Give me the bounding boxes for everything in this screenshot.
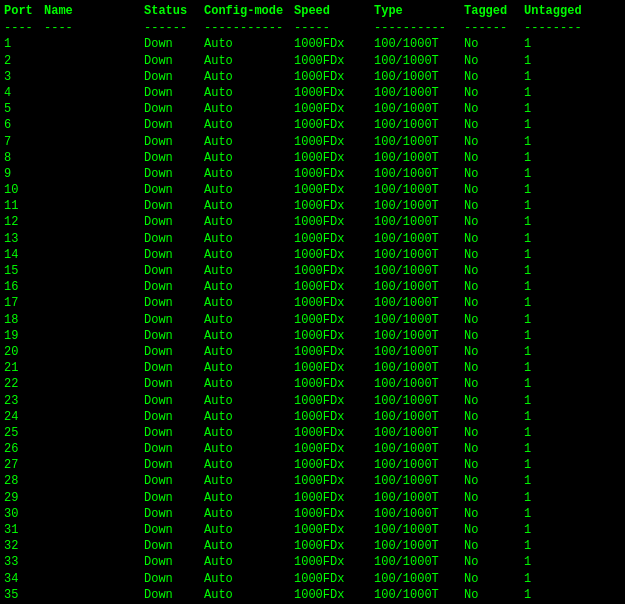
cell-status: Down xyxy=(144,231,204,247)
cell-name xyxy=(44,247,144,263)
cell-port: 3 xyxy=(4,69,44,85)
cell-name xyxy=(44,198,144,214)
cell-tagged: No xyxy=(464,328,524,344)
cell-config: Auto xyxy=(204,473,294,489)
cell-tagged: No xyxy=(464,85,524,101)
cell-untagged: 1 xyxy=(524,554,584,570)
table-row: 31 Down Auto 1000FDx 100/1000T No 1 xyxy=(4,522,621,538)
cell-tagged: No xyxy=(464,263,524,279)
cell-speed: 1000FDx xyxy=(294,554,374,570)
cell-status: Down xyxy=(144,69,204,85)
table-row: 27 Down Auto 1000FDx 100/1000T No 1 xyxy=(4,457,621,473)
cell-untagged: 1 xyxy=(524,506,584,522)
cell-port: 24 xyxy=(4,409,44,425)
cell-name xyxy=(44,150,144,166)
cell-status: Down xyxy=(144,344,204,360)
cell-untagged: 1 xyxy=(524,231,584,247)
table-row: 12 Down Auto 1000FDx 100/1000T No 1 xyxy=(4,214,621,230)
cell-tagged: No xyxy=(464,214,524,230)
cell-name xyxy=(44,425,144,441)
header-status: Status xyxy=(144,3,204,19)
cell-name xyxy=(44,490,144,506)
cell-port: 21 xyxy=(4,360,44,376)
cell-config: Auto xyxy=(204,85,294,101)
cell-untagged: 1 xyxy=(524,538,584,554)
cell-name xyxy=(44,263,144,279)
table-row: 14 Down Auto 1000FDx 100/1000T No 1 xyxy=(4,247,621,263)
cell-name xyxy=(44,214,144,230)
divider-tagged: ------ xyxy=(464,20,524,36)
cell-speed: 1000FDx xyxy=(294,85,374,101)
cell-untagged: 1 xyxy=(524,425,584,441)
cell-type: 100/1000T xyxy=(374,522,464,538)
table-row: 24 Down Auto 1000FDx 100/1000T No 1 xyxy=(4,409,621,425)
cell-port: 23 xyxy=(4,393,44,409)
cell-status: Down xyxy=(144,360,204,376)
cell-speed: 1000FDx xyxy=(294,506,374,522)
cell-type: 100/1000T xyxy=(374,101,464,117)
cell-untagged: 1 xyxy=(524,36,584,52)
cell-name xyxy=(44,506,144,522)
cell-name xyxy=(44,376,144,392)
cell-untagged: 1 xyxy=(524,328,584,344)
cell-tagged: No xyxy=(464,36,524,52)
cell-type: 100/1000T xyxy=(374,571,464,587)
cell-config: Auto xyxy=(204,36,294,52)
table-row: 3 Down Auto 1000FDx 100/1000T No 1 xyxy=(4,69,621,85)
cell-status: Down xyxy=(144,393,204,409)
cell-config: Auto xyxy=(204,150,294,166)
cell-status: Down xyxy=(144,85,204,101)
cell-speed: 1000FDx xyxy=(294,312,374,328)
cell-untagged: 1 xyxy=(524,295,584,311)
cell-speed: 1000FDx xyxy=(294,69,374,85)
table-row: 4 Down Auto 1000FDx 100/1000T No 1 xyxy=(4,85,621,101)
cell-status: Down xyxy=(144,214,204,230)
divider-speed: ----- xyxy=(294,20,374,36)
table-row: 2 Down Auto 1000FDx 100/1000T No 1 xyxy=(4,53,621,69)
cell-type: 100/1000T xyxy=(374,69,464,85)
divider-config: ----------- xyxy=(204,20,294,36)
cell-name xyxy=(44,101,144,117)
cell-config: Auto xyxy=(204,214,294,230)
cell-type: 100/1000T xyxy=(374,506,464,522)
cell-type: 100/1000T xyxy=(374,247,464,263)
cell-config: Auto xyxy=(204,231,294,247)
table-divider: ---- ---- ------ ----------- ----- -----… xyxy=(4,20,621,36)
cell-port: 35 xyxy=(4,587,44,603)
header-port: Port xyxy=(4,3,44,19)
cell-speed: 1000FDx xyxy=(294,295,374,311)
cell-status: Down xyxy=(144,587,204,603)
cell-type: 100/1000T xyxy=(374,295,464,311)
cell-untagged: 1 xyxy=(524,247,584,263)
cell-tagged: No xyxy=(464,101,524,117)
cell-speed: 1000FDx xyxy=(294,490,374,506)
cell-type: 100/1000T xyxy=(374,279,464,295)
cell-type: 100/1000T xyxy=(374,134,464,150)
divider-name: ---- xyxy=(44,20,144,36)
cell-port: 8 xyxy=(4,150,44,166)
cell-status: Down xyxy=(144,117,204,133)
cell-untagged: 1 xyxy=(524,279,584,295)
table-row: 6 Down Auto 1000FDx 100/1000T No 1 xyxy=(4,117,621,133)
cell-speed: 1000FDx xyxy=(294,538,374,554)
cell-status: Down xyxy=(144,328,204,344)
cell-config: Auto xyxy=(204,344,294,360)
cell-tagged: No xyxy=(464,247,524,263)
cell-speed: 1000FDx xyxy=(294,360,374,376)
cell-untagged: 1 xyxy=(524,263,584,279)
cell-tagged: No xyxy=(464,344,524,360)
cell-port: 9 xyxy=(4,166,44,182)
cell-port: 20 xyxy=(4,344,44,360)
cell-name xyxy=(44,312,144,328)
cell-untagged: 1 xyxy=(524,53,584,69)
table-row: 35 Down Auto 1000FDx 100/1000T No 1 xyxy=(4,587,621,603)
cell-name xyxy=(44,473,144,489)
cell-status: Down xyxy=(144,538,204,554)
cell-untagged: 1 xyxy=(524,101,584,117)
cell-status: Down xyxy=(144,473,204,489)
cell-config: Auto xyxy=(204,247,294,263)
table-row: 1 Down Auto 1000FDx 100/1000T No 1 xyxy=(4,36,621,52)
cell-untagged: 1 xyxy=(524,457,584,473)
cell-type: 100/1000T xyxy=(374,473,464,489)
table-body: 1 Down Auto 1000FDx 100/1000T No 1 2 Dow… xyxy=(4,36,621,604)
